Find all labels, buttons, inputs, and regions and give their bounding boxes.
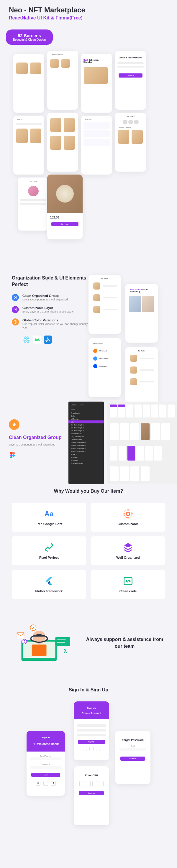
- phone-preview: Top SellersTrending Collection: [115, 113, 146, 172]
- feature-card: Clean code: [91, 570, 165, 599]
- figma-badge-icon: [9, 419, 20, 430]
- customizable-icon: [123, 508, 134, 519]
- phone-preview: Create a New PasswordContinue: [115, 51, 146, 110]
- figma-section-desc: Layer & Component are well Organized: [9, 443, 63, 446]
- support-illustration: [12, 622, 78, 664]
- react-icon: [22, 336, 31, 344]
- phone-preview: 102.36Buy Now: [47, 175, 83, 239]
- clean-organized-icon: [12, 294, 19, 301]
- org-feature-item: Customizable LayerEvery Layer are Custom…: [12, 306, 88, 314]
- why-buy-section: Why Would you Buy Our Item? Aa Free Goog…: [0, 471, 177, 611]
- phone-preview: [47, 113, 78, 172]
- figma-layers-panel: LayersAssets Pages Thumbnails Style UI D…: [68, 402, 104, 484]
- support-section: Always support & assistence from our tea…: [0, 611, 177, 676]
- global-color-icon: [12, 318, 19, 326]
- badge-title: 52 Screens: [13, 33, 46, 38]
- phone-preview: Search: [13, 116, 44, 175]
- figma-section: Clean Organized Group Layer & Component …: [0, 407, 177, 471]
- font-icon: Aa: [44, 508, 54, 519]
- figma-logo-icon: [9, 451, 16, 458]
- svg-rect-3: [15, 309, 16, 310]
- feature-card: Pixel Perfect: [12, 536, 86, 565]
- figma-section-title: Clean Organized Group: [9, 435, 63, 441]
- phone-preview: [13, 54, 44, 113]
- clean-code-icon: [123, 576, 134, 586]
- phone-preview-signin: Sign InHi, Welcome Back! Email AddressPa…: [27, 731, 65, 796]
- svg-point-11: [127, 509, 129, 511]
- svg-point-5: [26, 339, 27, 340]
- hero-section: Neo - NFT Marketplace ReactNative UI Kit…: [0, 0, 177, 24]
- screens-badge: 52 Screens Beautiful & Clean Design: [6, 30, 53, 45]
- phone-preview: Choose WalletMetamaskTrust WalletCoinbas…: [88, 338, 121, 397]
- phone-preview: Edit Profile: [18, 178, 49, 230]
- android-icon: [33, 336, 41, 344]
- figma-artboards-preview: [107, 402, 177, 484]
- org-phones-preview: My Watch Best Seller can befind easily C…: [88, 275, 165, 399]
- hero-title: Neo - NFT Marketplace: [9, 6, 168, 14]
- screens-preview-grid: Trending collection Best Best Collection…: [0, 51, 177, 263]
- svg-point-14: [131, 513, 133, 515]
- feature-card: Flutter framework: [12, 570, 86, 599]
- signin-title: Sign In & Sign Up: [9, 687, 168, 692]
- svg-rect-28: [57, 643, 65, 643]
- pixel-perfect-icon: [44, 542, 54, 553]
- svg-point-13: [123, 513, 125, 515]
- svg-point-23: [22, 639, 27, 644]
- phone-preview: Trending collection: [47, 51, 78, 110]
- svg-rect-22: [17, 633, 24, 638]
- phone-preview: My Wallet: [125, 347, 158, 406]
- support-text: Always support & assistence from our tea…: [84, 636, 165, 650]
- flutter-icon: [44, 576, 54, 586]
- organization-title: Organization Style & UI Elements Perfect: [12, 275, 88, 288]
- svg-point-10: [124, 510, 132, 518]
- svg-point-0: [15, 297, 16, 298]
- svg-point-12: [127, 517, 129, 519]
- svg-point-9: [126, 512, 130, 516]
- svg-point-24: [24, 640, 25, 641]
- svg-rect-25: [55, 637, 70, 646]
- svg-rect-20: [32, 645, 47, 656]
- phone-preview-signup: Sign UpCreate Account Sign Up: [74, 702, 109, 761]
- svg-rect-26: [57, 639, 66, 640]
- badge-subtitle: Beautiful & Clean Design: [13, 38, 46, 41]
- organization-section: Organization Style & UI Elements Perfect…: [0, 263, 177, 407]
- organized-icon: [123, 542, 134, 553]
- phone-preview-forgot: Forgot PasswordEmailContinue: [115, 731, 150, 784]
- feature-card: Aa Free Google Font: [12, 503, 86, 532]
- platform-icons: [22, 336, 88, 344]
- svg-rect-27: [57, 641, 64, 641]
- org-feature-item: Global Color VariationsUse Popular Color…: [12, 318, 88, 329]
- phone-preview: My Watch: [88, 275, 121, 334]
- customizable-icon: [12, 306, 19, 313]
- org-feature-item: Clean Organized GroupLayer & component a…: [12, 294, 88, 302]
- why-buy-title: Why Would you Buy Our Item?: [12, 489, 165, 494]
- phone-preview: Best Best Collection Digital ArtCollecti…: [81, 54, 112, 113]
- hero-subtitle: ReactNative UI Kit & Figma(Free): [9, 16, 168, 21]
- phone-preview-otp: Enter OTPContinue: [74, 766, 109, 825]
- appstore-icon: [44, 336, 52, 344]
- phone-preview: Best Seller can befind easily: [125, 284, 158, 343]
- feature-card: Well Organized: [91, 536, 165, 565]
- phone-preview: Notification: [81, 116, 112, 175]
- feature-card: Customizable: [91, 503, 165, 532]
- signin-section: Sign In & Sign Up Sign UpCreate Account …: [0, 676, 177, 849]
